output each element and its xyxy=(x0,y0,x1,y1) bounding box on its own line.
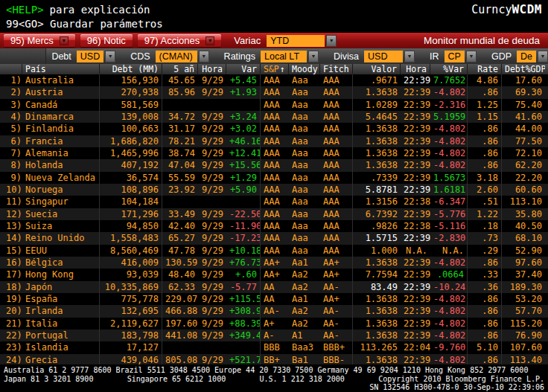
cell-cds-var: +1.93 xyxy=(226,86,261,98)
cell-country: Dinamarca xyxy=(22,111,100,123)
menu-button-mercs[interactable]: 95) Mercs ▼ xyxy=(4,34,75,47)
cell-sp-rating: AAA xyxy=(261,196,289,208)
footer-us: U.S. 1 212 318 2000 xyxy=(260,375,345,384)
debt-currency-dropdown[interactable]: USD xyxy=(77,51,103,62)
table-row[interactable]: 23) Islandia 17,127 BBB Baa3 BBB+ 113.26… xyxy=(0,341,548,353)
header-debt[interactable]: Debt (MM) xyxy=(100,64,162,74)
table-row[interactable]: 6) Francia 1,686,820 78.21 9/29 +46.16 A… xyxy=(0,135,548,147)
table-row[interactable]: 12) Suecia 171,296 33.49 9/29 -22.50 AAA… xyxy=(0,208,548,220)
table-row[interactable]: 19) España 775,778 229.07 9/29 +115.5 AA… xyxy=(0,293,548,305)
header-cds-time[interactable]: Hora xyxy=(198,64,226,74)
cell-cds-time: 9/29 xyxy=(198,135,226,147)
table-row[interactable]: 20) Irlanda 132,695 466.88 9/29 +308.9 A… xyxy=(0,305,548,317)
cell-cds-5y: 31.17 xyxy=(162,123,198,135)
table-row[interactable]: 11) Singapur 104,184 AAA Aaa AAA 1.3156 … xyxy=(0,196,548,208)
cell-sp-rating: AAA xyxy=(261,159,289,171)
table-row[interactable]: 17) Hong Kong 93,039 48.40 9/29 +.60 AA+… xyxy=(0,269,548,280)
cds-source-dropdown[interactable]: (CMAN) xyxy=(156,51,197,62)
table-row[interactable]: 13) Suiza 94,850 42.40 9/29 -11.90 AAA A… xyxy=(0,220,548,232)
menu-button-notic[interactable]: 96) Notic xyxy=(80,34,133,47)
chevron-down-icon[interactable]: ▼ xyxy=(404,51,415,62)
table-header-row: País Debt (MM) 5 añ Hora Var S&P↑ Moody … xyxy=(0,64,548,74)
cell-debt-gdp: 17.60 xyxy=(502,74,545,86)
table-row[interactable]: 3) Canadá 581,569 AAA Aaa AAA 1.0289 22:… xyxy=(0,99,548,111)
header-ir-rate[interactable]: Rate xyxy=(468,64,502,74)
table-row[interactable]: 15) EEUU 8,560,469 47.78 9/29 +10.18 AAA… xyxy=(0,245,548,257)
cell-fitch-rating: AA- xyxy=(320,281,353,293)
cell-moody-rating: Aaa xyxy=(289,245,320,257)
cell-fx-value: 5.8781 xyxy=(353,184,401,196)
ir-type-dropdown[interactable]: CP xyxy=(445,51,465,62)
cell-sp-rating: AAA xyxy=(261,123,289,135)
variac-dropdown[interactable]: YTD xyxy=(267,35,325,47)
chevron-down-icon[interactable]: ▼ xyxy=(105,51,115,62)
cell-ir-rate: .86 xyxy=(468,354,502,364)
help-link[interactable]: <HELP> xyxy=(6,4,44,16)
cell-country: Reino Unido xyxy=(22,232,100,244)
cell-moody-rating: Aa1 xyxy=(289,257,320,269)
header-fx-time[interactable]: Hora xyxy=(401,64,430,74)
cell-ir-rate: .18 xyxy=(468,220,502,232)
help-line: <HELP>para explicación xyxy=(6,2,150,17)
cell-fx-value: 6.7392 xyxy=(353,208,401,220)
chevron-down-icon[interactable]: ▼ xyxy=(199,51,209,62)
header-moody[interactable]: Moody xyxy=(289,64,320,74)
help-text: para explicación xyxy=(50,4,150,16)
menu-button-acciones[interactable]: 97) Acciones ▼ xyxy=(138,34,221,47)
header-fitch[interactable]: Fitch xyxy=(320,64,353,74)
table-row[interactable]: 10) Noruega 108,896 23.92 9/29 +5.90 AAA… xyxy=(0,184,548,196)
table-row[interactable]: 18) Japón 10,335,869 62.33 9/29 -5.77 AA… xyxy=(0,281,548,293)
table-row[interactable]: 14) Reino Unido 1,558,483 65.27 9/29 -17… xyxy=(0,232,548,244)
filter-ir: IR CP ▼ xyxy=(424,51,477,62)
header-cds-var[interactable]: Var xyxy=(226,64,261,74)
header-cds-5y[interactable]: 5 añ xyxy=(162,64,198,74)
cell-fitch-rating: AAA xyxy=(320,245,353,257)
table-row[interactable]: 5) Finlandia 100,663 31.17 9/29 +3.02 AA… xyxy=(0,123,548,135)
filter-divisa: Divisa USD ▼ xyxy=(328,51,415,62)
command-line[interactable]: 99<GO> Guardar parámetros xyxy=(6,17,542,31)
chevron-down-icon[interactable]: ▼ xyxy=(466,51,477,62)
gdp-type-dropdown[interactable]: De xyxy=(517,51,536,62)
cell-cds-var xyxy=(226,341,261,353)
chevron-down-icon[interactable]: ▼ xyxy=(206,36,214,45)
cell-cds-var: -5.77 xyxy=(226,281,261,293)
cell-fitch-rating: AAA xyxy=(320,147,353,159)
cell-moody-rating: Aaa xyxy=(289,147,320,159)
cell-debt-gdp: 40.50 xyxy=(502,220,545,232)
cell-country: Irlanda xyxy=(22,305,100,317)
cell-moody-rating: Aaa xyxy=(289,196,320,208)
chevron-down-icon[interactable]: ▼ xyxy=(538,51,548,62)
chevron-down-icon[interactable]: ▼ xyxy=(326,35,337,47)
chevron-down-icon[interactable]: ▼ xyxy=(308,51,319,62)
cell-cds-var: -11.90 xyxy=(226,220,261,232)
table-row[interactable]: 2) Austria 270,938 85.96 9/29 +1.93 AAA … xyxy=(0,86,548,98)
header-fx-pctvar[interactable]: %Var xyxy=(430,64,468,74)
table-row[interactable]: 16) Bélgica 416,009 130.59 9/29 +76.73 A… xyxy=(0,257,548,269)
table-row[interactable]: 8) Holanda 407,192 47.04 9/29 +15.56 AAA… xyxy=(0,159,548,171)
cell-fitch-rating: AAA xyxy=(320,135,353,147)
fx-currency-dropdown[interactable]: USD xyxy=(364,51,403,62)
ratings-type-dropdown[interactable]: Local LT xyxy=(261,51,307,62)
table-row[interactable]: 22) Portugal 183,798 441.08 9/29 +349.4 … xyxy=(0,330,548,341)
cell-cds-time: 9/29 xyxy=(198,159,226,171)
cell-debt-gdp: 115.20 xyxy=(502,318,545,330)
cell-ir-rate: 1.22 xyxy=(468,208,502,220)
cell-index: 5) xyxy=(3,123,22,135)
cell-cds-var: -17.23 xyxy=(226,232,261,244)
cell-cds-5y: 197.60 xyxy=(162,318,198,330)
table-row[interactable]: 1) Australia 156,930 45.65 9/29 +5.45 AA… xyxy=(0,74,548,86)
chevron-down-icon[interactable]: ▼ xyxy=(60,36,68,45)
table-row[interactable]: 4) Dinamarca 139,008 34.72 9/29 +3.24 AA… xyxy=(0,111,548,123)
cell-fx-pctvar: -6.347 xyxy=(430,196,468,208)
header-country[interactable]: País xyxy=(22,64,100,74)
header-sp-sorted[interactable]: S&P↑ xyxy=(261,64,289,74)
table-row[interactable]: 7) Alemania 1,465,996 38.74 9/29 +12.41 … xyxy=(0,147,548,159)
table-row[interactable]: 21) Italia 2,119,627 197.60 9/29 +88.39 … xyxy=(0,318,548,330)
header-debt-gdp[interactable]: Debt%GDP xyxy=(502,64,545,74)
table-row[interactable]: 24) Grecia 439,046 805.08 9/29 +521.7 BB… xyxy=(0,354,548,364)
table-row[interactable]: 9) Nueva Zelanda 36,574 55.59 9/29 +1.29… xyxy=(0,172,548,184)
cell-sp-rating: AAA xyxy=(261,99,289,111)
header-fx-value[interactable]: Valor xyxy=(353,64,401,74)
cell-sp-rating: AAA xyxy=(261,220,289,232)
cell-country: Grecia xyxy=(22,354,100,364)
